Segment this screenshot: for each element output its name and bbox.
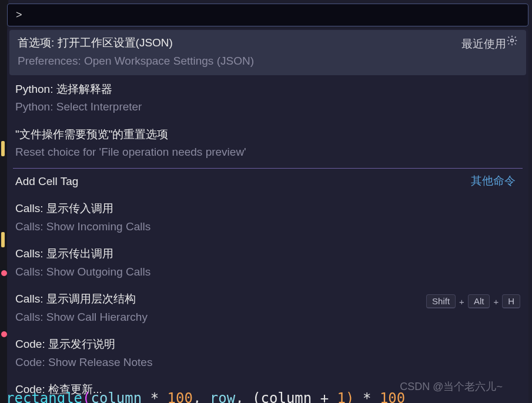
editor-code-line: rectangle(column * 100, row, (column + 1…	[6, 390, 405, 403]
command-label-primary: Add Cell Tag	[15, 173, 520, 190]
command-label-primary: "文件操作需要预览"的重置选项	[15, 126, 520, 143]
command-label-secondary: Calls: Show Incoming Calls	[15, 218, 520, 235]
other-commands-label: 其他命令	[471, 173, 516, 189]
command-item[interactable]: Python: 选择解释器Python: Select Interpreter	[7, 76, 528, 122]
command-item[interactable]: Code: 显示发行说明Code: Show Release Notes	[7, 331, 528, 377]
command-label-secondary: Python: Select Interpreter	[15, 98, 520, 115]
command-label-primary: Calls: 显示传出调用	[15, 246, 520, 263]
svg-point-0	[511, 39, 514, 42]
command-palette: > 首选项: 打开工作区设置(JSON)Preferences: Open Wo…	[7, 4, 528, 403]
key: Shift	[426, 294, 456, 308]
command-list: 首选项: 打开工作区设置(JSON)Preferences: Open Work…	[7, 29, 528, 403]
keybinding: Shift+Alt+H	[426, 291, 520, 308]
command-label-secondary: Reset choice for 'File operation needs p…	[15, 143, 520, 160]
command-label-primary: Python: 选择解释器	[15, 81, 520, 98]
gear-icon[interactable]	[506, 35, 518, 46]
command-item[interactable]: Add Cell Tag其他命令	[7, 169, 528, 196]
key-plus: +	[459, 297, 464, 307]
command-item[interactable]: "文件操作需要预览"的重置选项Reset choice for 'File op…	[7, 122, 528, 167]
key: Alt	[468, 294, 490, 308]
recently-used-label: 最近使用	[461, 36, 506, 52]
gutter-dot-icon	[1, 270, 7, 276]
watermark: CSDN @当个老六儿~	[400, 380, 503, 394]
command-label-primary: Calls: 显示传入调用	[15, 200, 520, 217]
gutter-dot-icon	[1, 331, 7, 337]
command-item[interactable]: Calls: 显示传入调用Calls: Show Incoming Calls	[7, 196, 528, 241]
command-label-secondary: Calls: Show Outgoing Calls	[15, 263, 520, 280]
gutter-bracket-icon	[1, 232, 5, 247]
command-label-primary: Code: 显示发行说明	[15, 336, 520, 353]
command-label-secondary: Calls: Show Call Hierarchy	[15, 308, 426, 325]
key: H	[502, 294, 520, 308]
command-label-secondary: Code: Show Release Notes	[15, 354, 520, 371]
command-item[interactable]: 首选项: 打开工作区设置(JSON)Preferences: Open Work…	[9, 30, 526, 75]
command-label-primary: Calls: 显示调用层次结构	[15, 291, 426, 308]
command-label-primary: 首选项: 打开工作区设置(JSON)	[18, 35, 461, 52]
gutter-bracket-icon	[1, 141, 5, 156]
command-item[interactable]: Calls: 显示传出调用Calls: Show Outgoing Calls	[7, 241, 528, 286]
key-plus: +	[493, 297, 498, 307]
command-input[interactable]: >	[7, 4, 528, 26]
command-label-secondary: Preferences: Open Workspace Settings (JS…	[18, 52, 461, 69]
command-item[interactable]: Calls: 显示调用层次结构Calls: Show Call Hierarch…	[7, 286, 528, 331]
